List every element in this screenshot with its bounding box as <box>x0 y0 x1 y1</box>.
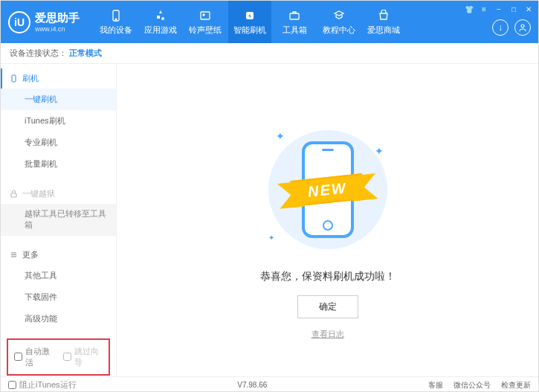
sidebar-section-jailbreak[interactable]: 一键越狱 <box>1 184 116 204</box>
logo: iU 爱思助手 www.i4.cn <box>8 11 80 33</box>
nav-apps-games[interactable]: 应用游戏 <box>139 1 182 43</box>
sidebar-section-flash[interactable]: 刷机 <box>1 68 116 89</box>
nav-ringtones[interactable]: 铃声壁纸 <box>184 1 227 43</box>
body: 刷机 一键刷机 iTunes刷机 专业刷机 批量刷机 一键越狱 越狱工具已转移至… <box>1 64 538 376</box>
download-button[interactable]: ↓ <box>492 19 509 36</box>
maximize-icon[interactable]: □ <box>509 4 519 14</box>
sidebar-section-more[interactable]: 更多 <box>1 245 116 265</box>
footer: 阻止iTunes运行 V7.98.66 客服 微信公众号 检查更新 <box>1 376 538 392</box>
footer-link-support[interactable]: 客服 <box>428 380 443 391</box>
skip-wizard-input[interactable] <box>63 353 71 361</box>
main-content: ✦ ✦ ✦ NEW 恭喜您，保资料刷机成功啦！ 确定 查看日志 <box>117 64 538 376</box>
tutorial-icon <box>332 9 346 22</box>
svg-rect-8 <box>11 193 16 197</box>
phone-icon <box>109 9 123 22</box>
svg-rect-2 <box>201 12 210 19</box>
svg-point-1 <box>115 19 117 20</box>
skip-wizard-checkbox[interactable]: 跳过向导 <box>63 346 103 368</box>
auto-activate-input[interactable] <box>14 353 22 361</box>
options-highlight-box: 自动激活 跳过向导 <box>7 338 110 376</box>
main-nav: 我的设备 应用游戏 铃声壁纸 智能刷机 工具箱 教程中心 爱思商城 <box>94 1 405 43</box>
nav-store[interactable]: 爱思商城 <box>362 1 405 43</box>
apps-icon <box>154 9 167 22</box>
success-illustration: ✦ ✦ ✦ NEW <box>261 123 395 257</box>
header-right-actions: ↓ <box>492 19 531 36</box>
status-label: 设备连接状态： <box>10 48 67 59</box>
svg-point-6 <box>521 25 524 28</box>
minimize-icon[interactable]: − <box>494 4 504 14</box>
status-bar: 设备连接状态： 正常模式 <box>1 43 538 64</box>
sidebar-item-pro-flash[interactable]: 专业刷机 <box>1 132 116 153</box>
sidebar: 刷机 一键刷机 iTunes刷机 专业刷机 批量刷机 一键越狱 越狱工具已转移至… <box>1 64 117 376</box>
success-message: 恭喜您，保资料刷机成功啦！ <box>260 270 396 283</box>
footer-link-wechat[interactable]: 微信公众号 <box>454 380 491 391</box>
logo-icon: iU <box>8 11 30 33</box>
sidebar-item-download-firmware[interactable]: 下载固件 <box>1 286 116 308</box>
block-itunes-checkbox[interactable]: 阻止iTunes运行 <box>8 379 77 391</box>
flash-icon <box>243 9 256 22</box>
sidebar-item-oneclick-flash[interactable]: 一键刷机 <box>1 89 116 110</box>
skin-icon[interactable]: 👕 <box>464 4 474 14</box>
nav-smart-flash[interactable]: 智能刷机 <box>228 1 271 43</box>
footer-link-update[interactable]: 检查更新 <box>501 380 531 391</box>
version-label: V7.98.66 <box>237 381 267 389</box>
image-icon <box>199 9 212 22</box>
block-itunes-input[interactable] <box>8 381 16 389</box>
status-value: 正常模式 <box>69 48 102 59</box>
nav-my-device[interactable]: 我的设备 <box>94 1 138 43</box>
menu-icon[interactable]: ≡ <box>479 4 489 14</box>
svg-rect-5 <box>290 13 299 19</box>
close-icon[interactable]: ✕ <box>523 4 534 14</box>
toolbox-icon <box>288 9 301 22</box>
brand-url: www.i4.cn <box>35 25 80 33</box>
sidebar-item-advanced[interactable]: 高级功能 <box>1 308 116 330</box>
sidebar-item-other-tools[interactable]: 其他工具 <box>1 265 116 286</box>
app-header: iU 爱思助手 www.i4.cn 我的设备 应用游戏 铃声壁纸 智能刷机 工具… <box>1 1 538 43</box>
auto-activate-checkbox[interactable]: 自动激活 <box>14 346 54 368</box>
nav-tutorials[interactable]: 教程中心 <box>317 1 361 43</box>
sidebar-item-itunes-flash[interactable]: iTunes刷机 <box>1 110 116 132</box>
window-controls: 👕 ≡ − □ ✕ <box>464 4 534 14</box>
brand-name: 爱思助手 <box>35 11 80 25</box>
sidebar-item-batch-flash[interactable]: 批量刷机 <box>1 153 116 175</box>
ok-button[interactable]: 确定 <box>297 295 358 318</box>
nav-toolbox[interactable]: 工具箱 <box>273 1 316 43</box>
svg-point-3 <box>203 14 204 16</box>
sidebar-jailbreak-note: 越狱工具已转移至工具箱 <box>1 204 116 236</box>
svg-rect-7 <box>12 75 16 82</box>
user-button[interactable] <box>514 19 531 36</box>
view-log-link[interactable]: 查看日志 <box>312 329 344 340</box>
store-icon <box>377 9 390 22</box>
